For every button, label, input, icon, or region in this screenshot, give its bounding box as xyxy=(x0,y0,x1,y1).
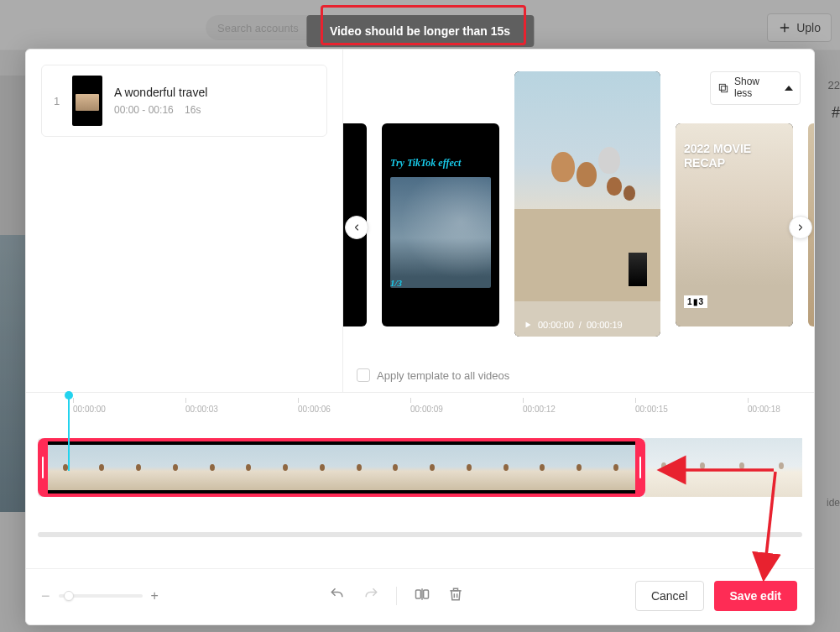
trash-icon xyxy=(447,586,464,603)
zoom-control[interactable]: − + xyxy=(41,588,159,605)
apply-template-checkbox[interactable] xyxy=(357,368,370,382)
template-effect-label: Try TikTok effect xyxy=(390,157,461,170)
ruler-tick: 00:00:03 xyxy=(185,405,218,414)
templates-carousel[interactable]: Try TikTok effect 1/3 00:00:00/00:00:19 xyxy=(343,71,814,337)
undo-button[interactable] xyxy=(329,586,346,606)
template-card-effect[interactable]: Try TikTok effect 1/3 xyxy=(382,123,499,326)
dialog-actions: Cancel Save edit xyxy=(635,581,797,611)
bottom-toolbar: − + Cancel Save edit xyxy=(26,568,814,624)
template-card-selected[interactable]: 00:00:00/00:00:19 xyxy=(514,71,660,337)
template-playtime-total: 00:00:19 xyxy=(587,320,623,330)
timeline-ruler[interactable]: 00:00:00 00:00:03 00:00:06 00:00:09 00:0… xyxy=(26,396,814,426)
clip-index: 1 xyxy=(54,95,60,107)
split-button[interactable] xyxy=(414,586,430,606)
template-movie-badge: 1▮3 xyxy=(684,295,707,308)
ruler-tick: 00:00:06 xyxy=(298,405,331,414)
chevron-up-icon xyxy=(785,86,793,91)
timeline-scrubber[interactable] xyxy=(38,532,802,537)
segment-frames xyxy=(48,445,635,490)
playhead[interactable] xyxy=(68,393,70,471)
editor-dialog: 1 A wonderful travel 00:00 - 00:16 16s S… xyxy=(25,49,815,625)
trim-handle-left[interactable] xyxy=(38,438,48,497)
save-edit-button[interactable]: Save edit xyxy=(714,581,797,611)
apply-template-row[interactable]: Apply template to all videos xyxy=(357,368,509,382)
zoom-knob[interactable] xyxy=(64,591,74,601)
toast-message: Video should be longer than 15s xyxy=(306,15,534,47)
zoom-in-button[interactable]: + xyxy=(151,588,159,603)
redo-icon xyxy=(363,586,379,603)
chevron-left-icon xyxy=(352,222,362,232)
clip-time-range: 00:00 - 00:16 xyxy=(114,104,174,116)
carousel-next-button[interactable] xyxy=(789,216,812,239)
ruler-tick: 00:00:18 xyxy=(748,405,780,414)
ruler-tick: 00:00:12 xyxy=(523,405,556,414)
clip-title: A wonderful travel xyxy=(114,86,207,99)
ruler-tick: 00:00:00 xyxy=(73,405,106,414)
timeline-track[interactable] xyxy=(38,438,802,497)
clip-list-pane: 1 A wonderful travel 00:00 - 00:16 16s xyxy=(26,50,343,392)
cancel-button[interactable]: Cancel xyxy=(635,581,704,611)
svg-rect-3 xyxy=(424,590,429,598)
svg-rect-2 xyxy=(416,590,421,598)
play-icon[interactable] xyxy=(523,320,533,330)
trim-handle-right[interactable] xyxy=(635,438,645,497)
svg-rect-0 xyxy=(719,84,725,90)
template-card-movie[interactable]: 2022 MOVIE RECAP 1▮3 xyxy=(676,123,793,326)
clip-duration: 16s xyxy=(185,104,201,116)
template-playbar: 00:00:00/00:00:19 xyxy=(523,320,623,330)
templates-pane: Show less Try TikTok effect 1/3 xyxy=(343,50,814,392)
ruler-tick: 00:00:15 xyxy=(635,405,668,414)
carousel-prev-button[interactable] xyxy=(345,216,368,239)
upper-panel: 1 A wonderful travel 00:00 - 00:16 16s S… xyxy=(26,50,814,392)
segment-ghost xyxy=(645,438,802,497)
timeline-area: 00:00:00 00:00:03 00:00:06 00:00:09 00:0… xyxy=(26,393,814,568)
delete-button[interactable] xyxy=(447,586,464,606)
template-effect-image xyxy=(390,177,491,288)
template-effect-page: 1/3 xyxy=(390,278,402,288)
apply-template-label: Apply template to all videos xyxy=(377,369,509,382)
clip-thumbnail xyxy=(72,76,102,126)
svg-rect-1 xyxy=(722,86,728,91)
show-less-toggle[interactable]: Show less xyxy=(710,71,801,105)
split-icon xyxy=(414,586,430,603)
trim-segment[interactable] xyxy=(48,438,635,497)
clip-meta: A wonderful travel 00:00 - 00:16 16s xyxy=(114,86,207,116)
template-playtime-current: 00:00:00 xyxy=(538,320,574,330)
zoom-out-button[interactable]: − xyxy=(41,588,50,605)
redo-button[interactable] xyxy=(363,586,379,606)
clip-card[interactable]: 1 A wonderful travel 00:00 - 00:16 16s xyxy=(41,65,327,137)
template-movie-title: 2022 MOVIE RECAP xyxy=(684,142,785,170)
undo-icon xyxy=(329,586,346,603)
layers-icon xyxy=(717,82,729,94)
edit-tools xyxy=(329,586,464,606)
zoom-slider[interactable] xyxy=(59,594,143,598)
toolbar-divider xyxy=(396,587,397,605)
ruler-tick: 00:00:09 xyxy=(410,405,443,414)
show-less-label: Show less xyxy=(734,76,780,100)
chevron-right-icon xyxy=(796,222,806,232)
